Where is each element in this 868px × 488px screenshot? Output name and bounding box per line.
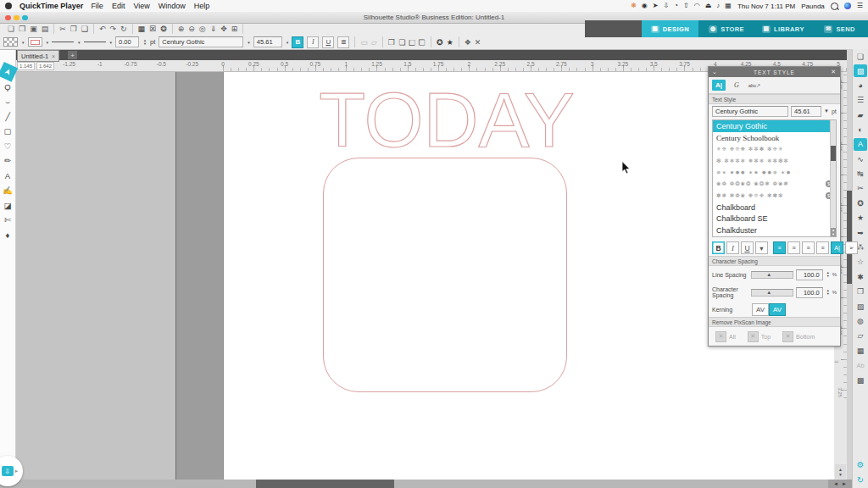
vertical-scroll-steppers[interactable]: ▲▼ (835, 464, 846, 479)
select-inverse-button[interactable]: ❂ (160, 25, 167, 33)
heart-shape-tool[interactable]: ♡ (0, 139, 15, 154)
font-list[interactable]: ▲▼ Century GothicCentury Schoolbook✳❈ ❉❊… (712, 119, 837, 237)
add-document-tab-button[interactable]: + (68, 51, 77, 59)
line-style-icon[interactable]: ☰ (853, 93, 868, 108)
apple-icon[interactable] (5, 3, 12, 9)
canvas-rounded-rectangle[interactable] (323, 158, 567, 392)
copy-button[interactable]: ❐ (70, 25, 77, 33)
panel-underline-dropdown[interactable]: ▾ (755, 241, 768, 254)
panel-tab-text-style[interactable]: A| (712, 80, 726, 91)
font-list-scrollbar-thumb[interactable] (831, 146, 836, 161)
replicate-icon[interactable]: ❐ (853, 284, 868, 298)
spotlight-search-icon[interactable] (831, 3, 838, 10)
font-list-scrollbar[interactable]: ▲▼ (830, 120, 836, 236)
remove-top-button[interactable]: ✕Top (748, 331, 771, 342)
weld-button[interactable]: ❖ (465, 38, 471, 47)
rotate-button[interactable]: ↻ (120, 25, 127, 33)
bring-forward-button[interactable]: ❐ (409, 38, 415, 47)
font-list-item[interactable]: Century Schoolbook (713, 132, 836, 144)
volume-icon[interactable]: ♪ (716, 3, 720, 9)
lasso-select-tool[interactable]: Ϙ (0, 80, 15, 95)
line-style-dropdown[interactable] (52, 38, 74, 46)
dropper-tool[interactable]: ♦ (0, 228, 15, 243)
hatch-fill-icon[interactable]: ▨ (853, 299, 868, 313)
panel-tab-glyphs[interactable]: G (730, 80, 743, 91)
undo-button[interactable]: ↶ (99, 25, 106, 33)
font-list-item[interactable]: ✵✶ ✷✸✹ ✶✷ ✸✹✵ ✶✹ (713, 167, 836, 179)
align-center-button[interactable]: ≡ (787, 241, 800, 254)
line-spacing-stepper[interactable]: ▲▼ (826, 271, 830, 278)
font-list-item[interactable]: Chalkduster (713, 225, 836, 236)
fill-style-icon[interactable]: ▰ (853, 108, 868, 122)
siri-icon[interactable] (844, 3, 851, 9)
eye-icon[interactable]: ◉ (642, 3, 648, 9)
fill-color-swatch[interactable] (3, 37, 18, 47)
display-icon[interactable]: ▦ (725, 3, 732, 9)
menubar-menu-help[interactable]: Help (194, 2, 210, 10)
stroke-width-input-stepper[interactable]: ▲▼ (143, 39, 147, 46)
panel-underline-button[interactable]: U (741, 241, 754, 254)
char-spacing-value[interactable]: 100.0 (796, 287, 822, 298)
stamp-icon[interactable]: ✪ (853, 196, 868, 210)
send-backward-button[interactable]: ❐ (418, 38, 426, 45)
rectangle-tool[interactable]: ▢ (0, 124, 15, 139)
font-size-dropdown-icon[interactable]: ▾ (287, 40, 289, 45)
line-spacing-slider[interactable]: ▲ (751, 271, 794, 279)
paste-button[interactable]: ❑ (81, 25, 88, 33)
fit-to-window-button[interactable]: ⊞ (231, 25, 238, 33)
favorite-button[interactable]: ★ (447, 38, 453, 47)
font-list-item[interactable]: ❆ ✻❄✼❄ ❅✻❄ ❄✻❆✻ (713, 155, 836, 167)
sphere-warp-icon[interactable]: ◍ (853, 313, 868, 328)
redo-button[interactable]: ↷ (109, 25, 116, 33)
select-all-button[interactable]: ▦ (138, 25, 146, 33)
font-list-scroll-steppers[interactable]: ▲▼ (831, 228, 836, 236)
upload-icon[interactable]: ⇧ (683, 3, 689, 9)
menubar-menu-file[interactable]: File (91, 2, 103, 10)
fill-color-swatch-dropdown-icon[interactable]: ▾ (22, 40, 25, 45)
line-spacing-value[interactable]: 100.0 (796, 269, 822, 280)
panel-collapse-icon[interactable]: ⌄ (712, 69, 718, 75)
font-list-item[interactable]: ✳❈ ❉❊❋ ✻✼✽ ❇❈✳ (713, 143, 836, 155)
font-size-field[interactable]: 45.61 (791, 106, 821, 117)
horizontal-scrollbar-thumb[interactable] (256, 480, 394, 488)
font-family-dropdown-icon[interactable]: ▾ (248, 40, 250, 45)
zoom-reset-button[interactable]: ⇓ (210, 25, 217, 33)
justify-dropdown[interactable]: ≣ (337, 36, 349, 48)
font-list-item[interactable]: ❀❁ ❁❂❀❂ ❀❂❃ ❁❀❃$ (713, 178, 836, 190)
menubar-app-name[interactable]: QuickTime Player (19, 2, 83, 10)
text-style-icon[interactable]: A (854, 138, 867, 151)
italic-button[interactable]: I (307, 36, 319, 48)
time-machine-icon[interactable]: ◔ (674, 3, 678, 9)
tab-library[interactable]: ▤LIBRARY (755, 20, 812, 37)
trace-icon[interactable]: ▩ (853, 373, 868, 387)
canvas-text-today[interactable]: TODAY (314, 82, 579, 158)
line-weight-dropdown[interactable] (84, 38, 106, 46)
color-palette-icon[interactable]: ◕ (853, 78, 868, 92)
horizontal-scrollbar[interactable]: ◄► (0, 480, 853, 488)
save-button[interactable]: ▣ (30, 25, 37, 33)
kerning-off-button[interactable]: AV (752, 303, 769, 316)
open-button[interactable]: ❒ (19, 25, 25, 33)
menubar-menu-edit[interactable]: Edit (112, 2, 125, 10)
remove-bottom-button[interactable]: ✕Bottom (782, 331, 815, 342)
menubar-menu-window[interactable]: Window (159, 2, 186, 10)
align-justify-button[interactable]: ≡ (816, 241, 829, 254)
eject-icon[interactable]: ⏏ (705, 3, 712, 9)
ungroup-button[interactable]: ▱ (371, 38, 377, 47)
panel-close-icon[interactable]: ✕ (831, 69, 837, 75)
line-tool[interactable]: ╱ (0, 109, 15, 125)
font-family-combo[interactable]: Century Gothic (159, 36, 243, 47)
font-list-item[interactable]: Century Gothic (713, 120, 836, 132)
puzzle-icon[interactable]: ✱ (853, 269, 868, 284)
autotext-icon[interactable]: Ab (853, 358, 868, 372)
line-style-dropdown-icon[interactable]: ▾ (78, 40, 81, 45)
menubar-menu-view[interactable]: View (133, 2, 149, 10)
pencil-tool[interactable]: ✏ (0, 153, 15, 169)
font-list-item[interactable]: ✽❃ ❃❁❀ ❋❊❉ ❃✽❇$ (713, 190, 836, 202)
document-tab[interactable]: Untitled-1 × (17, 50, 59, 62)
panel-bold-button[interactable]: B (712, 241, 725, 254)
stroke-width-input[interactable]: 0.00 (115, 36, 139, 47)
document-tab-close-icon[interactable]: × (52, 53, 55, 59)
font-list-item[interactable]: Chalkboard (713, 202, 836, 214)
page-setup-icon[interactable]: ❏ (853, 49, 868, 64)
